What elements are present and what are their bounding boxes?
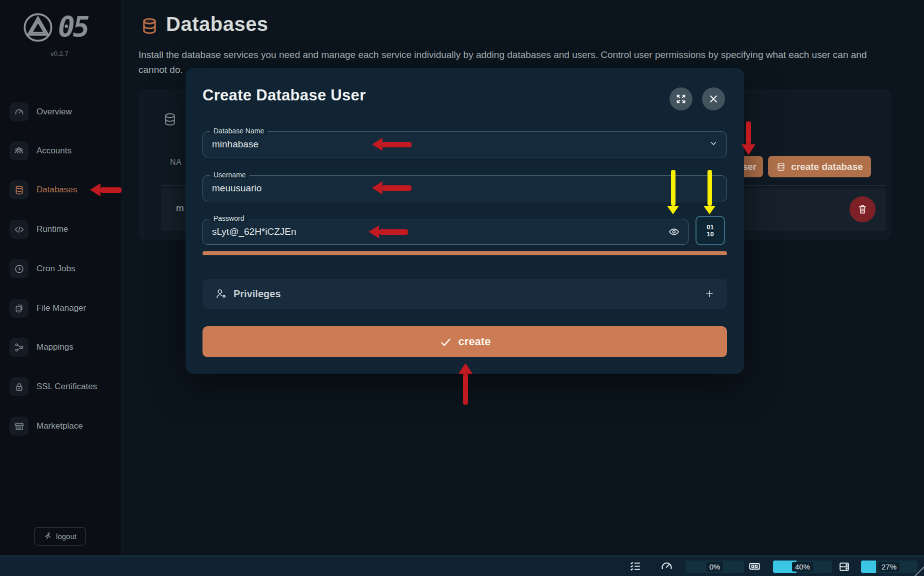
logo-text: 05 [58, 11, 88, 43]
sidebar-item-label: Accounts [36, 146, 72, 156]
logout-runner-icon [44, 532, 52, 541]
privileges-panel[interactable]: Privileges [202, 279, 727, 309]
arrow-shaft [379, 229, 408, 235]
create-label: create [458, 335, 491, 348]
arrow-shaft [671, 170, 676, 206]
sidebar-item-overview[interactable]: Overview [10, 98, 72, 126]
clock-icon [10, 259, 28, 278]
expand-icon [676, 93, 686, 104]
database-icon [776, 162, 786, 172]
app-version: v0.2.7 [0, 50, 119, 57]
eye-icon [668, 226, 680, 238]
files-icon [10, 299, 28, 318]
sidebar-item-label: Overview [36, 107, 72, 117]
chevron-down-icon [708, 138, 718, 150]
expand-modal-button[interactable] [670, 87, 692, 110]
sidebar-item-label: Cron Jobs [36, 264, 75, 274]
trash-icon [856, 203, 868, 215]
sidebar-item-label: Databases [36, 185, 77, 195]
arrow-shaft [382, 185, 412, 191]
arrow-head [372, 181, 382, 194]
logout-button[interactable]: logout [34, 527, 86, 546]
annotation-arrow-password [368, 225, 408, 238]
arrow-head [90, 183, 100, 196]
sidebar-item-label: Mappings [36, 342, 74, 352]
password-input[interactable]: Password sLyt@_62H*iCZJEn [202, 219, 688, 245]
password-label: Password [210, 214, 248, 222]
store-icon [10, 417, 28, 436]
cpu-gauge-icon [660, 560, 674, 575]
generate-password-button[interactable]: 01 10 [696, 216, 725, 245]
status-bar: 0% 40% 27% [0, 556, 924, 576]
create-database-button[interactable]: create database [768, 156, 871, 177]
databases-header-icon [140, 16, 159, 37]
arrow-head [742, 144, 756, 155]
sidebar-item-label: File Manager [36, 303, 86, 313]
database-icon [10, 180, 28, 199]
tasks-icon[interactable] [629, 560, 642, 575]
users-icon [10, 141, 28, 160]
sidebar-item-marketplace[interactable]: Marketplace [10, 412, 83, 440]
sidebar-item-label: Marketplace [36, 421, 83, 431]
annotation-arrow-username [372, 181, 412, 194]
password-strength-bar [202, 251, 727, 255]
user-gear-icon [214, 287, 228, 300]
plus-icon [704, 288, 715, 299]
gauge-icon [10, 102, 28, 121]
close-icon [708, 93, 719, 104]
arrow-head [372, 138, 382, 151]
password-value: sLyt@_62H*iCZJEn [212, 226, 296, 237]
modal-title: Create Database User [202, 86, 366, 104]
sidebar-item-mappings[interactable]: Mappings [10, 333, 74, 361]
annotation-arrow-databases-nav [90, 183, 122, 196]
memory-meter-label: 40% [792, 562, 813, 572]
arrow-shaft [746, 121, 751, 144]
database-name-value: minhabase [212, 139, 258, 150]
annotation-arrow-create-button [458, 363, 472, 405]
sidebar-item-file-manager[interactable]: File Manager [10, 294, 86, 322]
lock-icon [10, 377, 28, 396]
annotation-arrow-eye [667, 170, 679, 214]
database-name-label: Database Name [210, 127, 268, 135]
cpu-meter: 0% [686, 561, 744, 573]
annotation-arrow-generator [704, 170, 716, 214]
memory-meter: 40% [773, 561, 832, 573]
arrow-head [667, 206, 679, 214]
binary-icon-line1: 01 [706, 223, 714, 231]
database-name-select[interactable]: Database Name minhabase [202, 131, 727, 157]
username-label: Username [210, 171, 250, 179]
delete-database-button[interactable] [850, 196, 876, 222]
sidebar-item-accounts[interactable]: Accounts [10, 137, 72, 165]
close-modal-button[interactable] [702, 87, 725, 110]
disk-meter-fill [861, 561, 876, 573]
logo-triangle-icon [22, 11, 54, 43]
arrow-shaft [100, 187, 122, 193]
app-logo: 05 [22, 11, 88, 43]
sidebar: 05 v0.2.7 Overview Accounts Databases R [0, 0, 122, 556]
arrow-head [368, 225, 379, 238]
create-user-submit-button[interactable]: create [202, 326, 727, 357]
sidebar-item-runtime[interactable]: Runtime [10, 215, 68, 243]
disk-meter: 27% [861, 561, 917, 573]
app-screen: 05 v0.2.7 Overview Accounts Databases R [0, 0, 924, 576]
memory-icon [748, 560, 761, 575]
check-icon [439, 335, 452, 349]
sidebar-item-databases[interactable]: Databases [10, 176, 77, 204]
disk-icon [838, 561, 850, 575]
logout-label: logout [56, 532, 76, 541]
sidebar-item-cron-jobs[interactable]: Cron Jobs [10, 255, 75, 283]
arrow-shaft [463, 374, 468, 405]
sidebar-item-label: Runtime [36, 224, 68, 234]
annotation-arrow-create-user-button [742, 121, 756, 155]
toggle-password-visibility-button[interactable] [668, 226, 680, 238]
code-icon [10, 220, 28, 239]
arrow-shaft [382, 142, 412, 147]
sidebar-item-ssl-certificates[interactable]: SSL Certificates [10, 373, 97, 401]
sidebar-item-label: SSL Certificates [36, 382, 97, 392]
disk-meter-label: 27% [878, 562, 900, 572]
cpu-meter-label: 0% [706, 562, 724, 572]
table-column-header: NA [170, 158, 182, 167]
username-value: meuusuario [212, 183, 262, 194]
username-input[interactable]: Username meuusuario [202, 175, 727, 201]
create-database-user-modal: Create Database User Database Name minha… [186, 68, 744, 374]
